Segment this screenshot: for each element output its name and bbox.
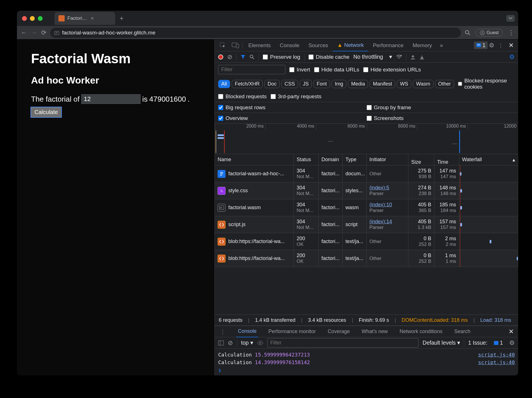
wifi-icon[interactable] [396, 54, 402, 60]
profile-chip[interactable]: Guest [476, 29, 503, 37]
tab-memory[interactable]: Memory [408, 40, 437, 51]
chip-js[interactable]: JS [300, 80, 312, 88]
drawer-tab-search[interactable]: Search [453, 326, 472, 337]
hide-data-urls-checkbox[interactable]: Hide data URLs [314, 67, 359, 73]
chip-media[interactable]: Media [348, 80, 368, 88]
devtools-menu-icon[interactable]: ⋮ [496, 42, 506, 49]
factorial-input[interactable] [81, 94, 141, 104]
chip-img[interactable]: Img [332, 80, 346, 88]
network-request-row[interactable]: style.css304Not M...factori...styles...(… [215, 182, 518, 199]
invert-checkbox[interactable]: Invert [289, 67, 310, 73]
chip-ws[interactable]: WS [397, 80, 411, 88]
drawer-tab-coverage[interactable]: Coverage [326, 326, 351, 337]
col-waterfall[interactable]: Waterfall▴ [459, 154, 518, 165]
drawer-menu-icon[interactable]: ⋮ [218, 328, 228, 335]
context-select[interactable]: top ▾ [241, 340, 253, 346]
overview-checkbox[interactable]: Overview [218, 115, 367, 121]
drawer-tab-console[interactable]: Console [236, 326, 258, 337]
drawer-tab-performance-monitor[interactable]: Performance monitor [267, 326, 318, 337]
device-toggle-icon[interactable] [229, 43, 241, 48]
svg-line-14 [253, 58, 254, 59]
close-window-button[interactable] [22, 16, 27, 21]
hide-extension-urls-checkbox[interactable]: Hide extension URLs [363, 67, 421, 73]
reload-button[interactable]: ⟳ [41, 29, 46, 36]
fullscreen-window-button[interactable] [38, 16, 43, 21]
back-button[interactable]: ← [21, 29, 27, 36]
console-prompt[interactable]: ❯ [218, 367, 515, 373]
tab-elements[interactable]: Elements [244, 40, 275, 51]
console-filter-input[interactable] [267, 338, 419, 347]
search-icon[interactable] [249, 54, 255, 60]
source-link[interactable]: script.js:40 [478, 352, 515, 358]
zoom-icon[interactable] [465, 30, 470, 36]
tab-sources[interactable]: Sources [304, 40, 333, 51]
close-drawer-icon[interactable]: ✕ [507, 328, 515, 335]
chip-font[interactable]: Font [314, 80, 330, 88]
console-sidebar-icon[interactable] [218, 340, 224, 345]
drawer-tab-what's-new[interactable]: What's new [360, 326, 389, 337]
network-filter-input[interactable] [218, 65, 285, 74]
browser-tab[interactable]: Factorial Wasm (ad hoc Work × [54, 12, 115, 25]
inspect-element-icon[interactable] [218, 42, 228, 49]
upload-har-icon[interactable] [410, 54, 415, 60]
preserve-log-checkbox[interactable]: Preserve log [263, 54, 300, 60]
col-domain[interactable]: Domain [319, 154, 343, 165]
close-devtools-icon[interactable]: ✕ [507, 42, 515, 49]
chip-other[interactable]: Other [435, 80, 454, 88]
record-button[interactable] [218, 54, 223, 60]
tab-network[interactable]: ▲Network [333, 40, 369, 51]
col-type[interactable]: Type [343, 154, 367, 165]
console-settings-icon[interactable]: ⚙ [509, 339, 515, 347]
screenshots-checkbox[interactable]: Screenshots [367, 115, 515, 121]
chip-doc[interactable]: Doc [264, 80, 280, 88]
tab-console[interactable]: Console [275, 40, 304, 51]
network-request-row[interactable]: script.js304Not M...factori...script(ind… [215, 216, 518, 233]
col-status[interactable]: Status [294, 154, 319, 165]
log-levels-select[interactable]: Default levels ▾ [422, 340, 460, 346]
throttling-select[interactable]: No throttling ▾ [353, 54, 392, 60]
page-subtitle: Ad hoc Worker [31, 75, 200, 86]
console-issue-chip[interactable]: 1 [491, 339, 505, 347]
chip-wasm[interactable]: Wasm [413, 80, 433, 88]
disable-cache-checkbox[interactable]: Disable cache [308, 54, 349, 60]
address-bar[interactable]: factorial-wasm-ad-hoc-worker.glitch.me [50, 28, 461, 38]
eye-icon[interactable] [257, 341, 263, 345]
third-party-checkbox[interactable]: 3rd-party requests [271, 93, 321, 100]
network-request-row[interactable]: blob:https://factorial-wa...200OKfactori… [215, 233, 518, 250]
drawer-tab-network-conditions[interactable]: Network conditions [398, 326, 444, 337]
calculate-button[interactable]: Calculate [31, 107, 61, 117]
network-request-row[interactable]: blob:https://factorial-wa...200OKfactori… [215, 250, 518, 267]
filter-toggle-icon[interactable] [240, 55, 246, 59]
settings-icon[interactable]: ⚙ [489, 42, 494, 49]
browser-menu-icon[interactable]: ⋮ [508, 29, 514, 36]
network-request-row[interactable]: factorial.wasm304Not M...factori...wasm(… [215, 199, 518, 216]
site-info-icon[interactable] [54, 30, 59, 35]
col-size[interactable]: Size [408, 154, 434, 165]
tab-performance[interactable]: Performance [368, 40, 408, 51]
expand-tabs-button[interactable] [506, 15, 515, 22]
chip-fetchxhr[interactable]: Fetch/XHR [232, 80, 263, 88]
clear-console-icon[interactable]: ⊘ [228, 339, 233, 347]
col-time[interactable]: Time [434, 154, 459, 165]
col-initiator[interactable]: Initiator [367, 154, 408, 165]
chip-css[interactable]: CSS [281, 80, 298, 88]
network-request-row[interactable]: factorial-wasm-ad-hoc-...304Not M...fact… [215, 165, 518, 182]
more-tabs-icon[interactable]: » [438, 42, 445, 49]
chip-manifest[interactable]: Manifest [370, 80, 395, 88]
minimize-window-button[interactable] [30, 16, 35, 21]
network-settings-icon[interactable]: ⚙ [509, 53, 515, 61]
issues-chip[interactable]: 1 [474, 41, 488, 49]
chip-all[interactable]: All [218, 80, 230, 88]
timeline-overview[interactable]: 2000 ms4000 ms6000 ms8000 ms10000 ms1200… [215, 124, 518, 154]
clear-icon[interactable]: ⊘ [227, 53, 232, 61]
blocked-requests-checkbox[interactable]: Blocked requests [218, 93, 267, 100]
blocked-cookies-checkbox[interactable]: Blocked response cookies [458, 78, 515, 90]
col-name[interactable]: Name [215, 154, 294, 165]
new-tab-button[interactable]: + [117, 15, 126, 22]
source-link[interactable]: script.js:40 [478, 359, 515, 365]
group-by-frame-checkbox[interactable]: Group by frame [367, 104, 515, 111]
forward-button[interactable]: → [31, 29, 37, 36]
big-rows-checkbox[interactable]: Big request rows [218, 104, 367, 111]
download-har-icon[interactable] [419, 54, 424, 60]
close-tab-icon[interactable]: × [91, 15, 111, 21]
